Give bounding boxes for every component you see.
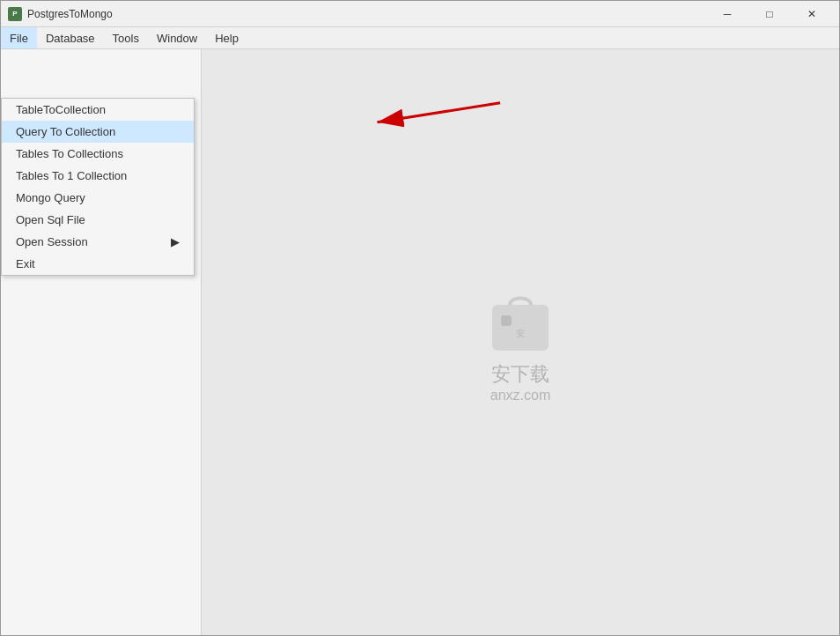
main-area: TableToCollection Query To Collection Ta… — [1, 49, 839, 636]
right-panel: 安 安下载 anxz.com — [202, 49, 839, 636]
menu-tools[interactable]: Tools — [104, 27, 148, 48]
dropdown-item-tables-to-1-collection[interactable]: Tables To 1 Collection — [2, 165, 194, 187]
app-window: P PostgresToMongo ─ □ ✕ File Database To… — [0, 0, 840, 636]
title-bar: P PostgresToMongo ─ □ ✕ — [1, 1, 839, 27]
minimize-button[interactable]: ─ — [707, 1, 748, 27]
dropdown-item-query-to-collection[interactable]: Query To Collection — [2, 121, 194, 143]
dropdown-item-open-session[interactable]: Open Session ▶ — [2, 231, 194, 253]
left-panel: TableToCollection Query To Collection Ta… — [1, 49, 202, 636]
annotation-arrow — [202, 49, 839, 636]
window-controls: ─ □ ✕ — [707, 1, 832, 27]
menu-database[interactable]: Database — [37, 27, 104, 48]
watermark-icon: 安 — [485, 284, 556, 354]
svg-rect-0 — [492, 305, 549, 351]
dropdown-item-exit[interactable]: Exit — [2, 253, 194, 275]
dropdown-item-open-sql-file[interactable]: Open Sql File — [2, 209, 194, 231]
svg-rect-1 — [501, 315, 512, 326]
app-title: PostgresToMongo — [27, 8, 707, 20]
menu-bar: File Database Tools Window Help — [1, 27, 839, 49]
menu-file[interactable]: File — [1, 27, 37, 48]
watermark-url: anxz.com — [490, 388, 550, 403]
dropdown-item-table-to-collection[interactable]: TableToCollection — [2, 99, 194, 121]
watermark-chinese-text: 安下载 — [491, 361, 549, 388]
dropdown-item-mongo-query[interactable]: Mongo Query — [2, 187, 194, 209]
file-dropdown: TableToCollection Query To Collection Ta… — [1, 98, 195, 276]
dropdown-item-tables-to-collections[interactable]: Tables To Collections — [2, 143, 194, 165]
menu-help[interactable]: Help — [206, 27, 247, 48]
app-icon: P — [8, 7, 22, 21]
maximize-button[interactable]: □ — [749, 1, 790, 27]
svg-text:安: 安 — [516, 329, 525, 338]
submenu-arrow-icon: ▶ — [171, 235, 180, 248]
close-button[interactable]: ✕ — [792, 1, 832, 27]
menu-window[interactable]: Window — [148, 27, 206, 48]
svg-line-4 — [377, 103, 500, 122]
watermark: 安 安下载 anxz.com — [485, 284, 556, 403]
